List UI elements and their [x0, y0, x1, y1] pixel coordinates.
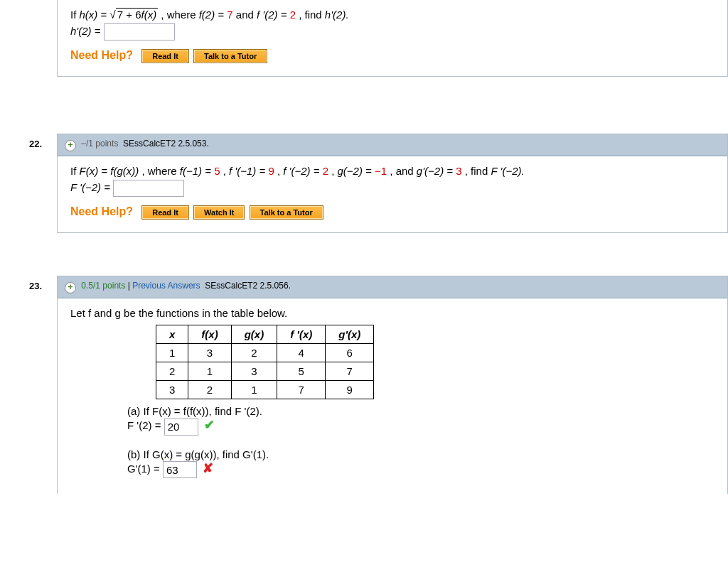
read-it-button[interactable]: Read It: [141, 205, 189, 220]
text: If: [70, 165, 80, 177]
expand-icon[interactable]: +: [65, 282, 76, 293]
previous-answers-link[interactable]: Previous Answers: [132, 281, 200, 291]
value: 9: [268, 165, 274, 177]
text: F '(−2).: [491, 165, 524, 177]
cell: 1: [156, 344, 188, 362]
cell: 1: [188, 362, 231, 381]
q21-answer-input[interactable]: [104, 23, 175, 40]
talk-to-tutor-button[interactable]: Talk to a Tutor: [193, 49, 267, 63]
col-fpx: f '(x): [277, 325, 326, 344]
question-23-box: 23. + 0.5/1 points | Previous Answers SE…: [57, 276, 728, 494]
text: 7 + 6: [117, 9, 141, 21]
value: 3: [456, 165, 461, 177]
text: , find: [465, 165, 491, 177]
talk-to-tutor-button[interactable]: Talk to a Tutor: [250, 205, 323, 220]
text: , find: [299, 9, 325, 21]
q22-statement: If F(x) = f(g(x)) , where f(−1) = 5 , f …: [70, 165, 714, 177]
col-gpx: g'(x): [326, 325, 374, 344]
q22-answer-input[interactable]: [113, 180, 184, 197]
text: and: [236, 9, 257, 21]
sqrt-sign: √: [109, 9, 115, 21]
q23-intro: Let f and g be the functions in the tabl…: [70, 307, 714, 319]
q22-answer-row: F '(−2) =: [70, 180, 714, 197]
value: 5: [214, 165, 220, 177]
q23-header: 23. + 0.5/1 points | Previous Answers SE…: [58, 276, 727, 298]
q23a-statement: (a) If F(x) = f(f(x)), find F '(2).: [127, 405, 714, 417]
value: −1: [375, 165, 387, 177]
col-fx: f(x): [188, 325, 231, 344]
cell: 2: [156, 362, 188, 381]
text: f(x): [141, 9, 156, 21]
x-icon: ✘: [203, 461, 213, 475]
question-21-box: If h(x) = √7 + 6f(x) , where f(2) = 7 an…: [57, 0, 728, 77]
cell: 2: [231, 344, 277, 362]
value: 2: [323, 165, 328, 177]
answer-label: F '(−2) =: [70, 181, 113, 193]
question-number: 22.: [29, 139, 42, 149]
cell: 7: [326, 362, 374, 381]
text: ,: [331, 165, 337, 177]
need-help-label: Need Help?: [70, 205, 133, 217]
text: , where: [161, 9, 198, 21]
text: h(x): [80, 9, 98, 21]
text: F(x) = f(g(x)): [80, 165, 139, 177]
reference: SEssCalcET2 2.5.056.: [205, 281, 291, 291]
q21-statement: If h(x) = √7 + 6f(x) , where f(2) = 7 an…: [70, 9, 714, 21]
text: f '(2) =: [257, 9, 290, 21]
col-gx: g(x): [231, 325, 277, 344]
answer-label: G'(1) =: [127, 463, 163, 475]
q23a: (a) If F(x) = f(f(x)), find F '(2). F '(…: [127, 405, 714, 436]
cell: 9: [326, 381, 374, 399]
table-header-row: x f(x) g(x) f '(x) g'(x): [156, 325, 374, 344]
text: h'(2).: [325, 9, 349, 21]
table-row: 1 3 2 4 6: [156, 344, 374, 362]
cell: 7: [277, 381, 326, 399]
read-it-button[interactable]: Read It: [141, 49, 189, 63]
table-row: 3 2 1 7 9: [156, 381, 374, 399]
text: =: [101, 9, 110, 21]
cell: 3: [231, 362, 277, 381]
text: ,: [277, 165, 283, 177]
answer-label: h'(2) =: [70, 25, 104, 37]
col-x: x: [156, 325, 188, 344]
text: g'(−2) =: [417, 165, 456, 177]
expand-icon[interactable]: +: [65, 140, 76, 151]
table-row: 2 1 3 5 7: [156, 362, 374, 381]
text: , and: [390, 165, 417, 177]
sqrt-body: 7 + 6f(x): [116, 8, 158, 21]
value: 7: [227, 9, 232, 21]
cell: 5: [277, 362, 326, 381]
text: ,: [223, 165, 229, 177]
answer-label: F '(2) =: [127, 419, 164, 431]
text: f(2) =: [199, 9, 228, 21]
q23b-answer-input[interactable]: [163, 461, 197, 478]
points: –/1 points: [81, 139, 118, 148]
q23b-answer-row: G'(1) = ✘: [127, 460, 714, 479]
text: If: [70, 9, 80, 21]
text: , where: [141, 165, 179, 177]
question-22-box: 22. + –/1 points SEssCalcET2 2.5.053. If…: [57, 134, 728, 233]
q22-help-row: Need Help? Read It Watch It Talk to a Tu…: [70, 205, 714, 220]
question-number: 23.: [29, 281, 42, 291]
value: 2: [290, 9, 296, 21]
q21-help-row: Need Help? Read It Talk to a Tutor: [70, 49, 714, 63]
cell: 3: [156, 381, 188, 399]
text: f '(−2) =: [283, 165, 322, 177]
points: 0.5/1 points: [81, 281, 125, 291]
reference: SEssCalcET2 2.5.053.: [123, 139, 209, 148]
q22-header: 22. + –/1 points SEssCalcET2 2.5.053.: [58, 134, 727, 156]
text: f '(−1) =: [229, 165, 268, 177]
cell: 4: [277, 344, 326, 362]
q23a-answer-input[interactable]: [164, 418, 198, 436]
watch-it-button[interactable]: Watch It: [193, 205, 245, 220]
text: f(−1) =: [180, 165, 214, 177]
q23b: (b) If G(x) = g(g(x)), find G'(1). G'(1)…: [127, 448, 714, 479]
cell: 2: [188, 381, 231, 399]
need-help-label: Need Help?: [70, 49, 133, 61]
q23a-answer-row: F '(2) = ✔: [127, 417, 714, 436]
q21-answer-row: h'(2) =: [70, 23, 714, 40]
function-table: x f(x) g(x) f '(x) g'(x) 1 3 2 4 6 2 1 3: [156, 325, 374, 399]
cell: 6: [326, 344, 374, 362]
cell: 3: [188, 344, 231, 362]
cell: 1: [231, 381, 277, 399]
